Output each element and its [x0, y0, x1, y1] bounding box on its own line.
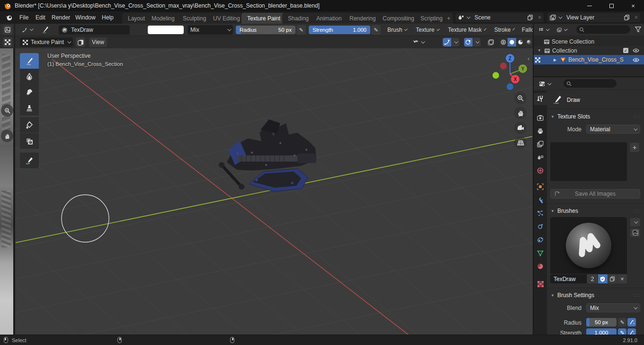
close-button[interactable]: × — [622, 0, 644, 11]
brush-datablock-field[interactable]: TexDraw — [59, 25, 130, 35]
panel-grip[interactable]: :::: — [634, 114, 640, 119]
view-layer-name[interactable]: View Layer — [564, 14, 622, 21]
brush-name-field[interactable]: TexDraw — [550, 274, 587, 283]
workspace-tab-uv-editing[interactable]: UV Editing — [207, 13, 246, 24]
viewport-zoom-icon[interactable] — [514, 92, 527, 104]
menu-window[interactable]: Window — [71, 11, 100, 24]
xray-toggle-icon[interactable] — [486, 38, 495, 46]
outliner-editor-type-button[interactable] — [536, 25, 551, 35]
tool-clone[interactable] — [20, 100, 39, 116]
expand-icon[interactable]: ▼ — [537, 48, 541, 53]
panel-brushes[interactable]: ▼ Brushes :::: — [547, 206, 644, 216]
image-pan-icon[interactable] — [1, 130, 13, 142]
tab-world[interactable] — [534, 164, 547, 177]
tab-modifiers[interactable] — [534, 194, 547, 206]
tab-particles[interactable] — [534, 207, 547, 219]
workspace-tab-sculpting[interactable]: Sculpting — [177, 13, 212, 24]
tool-mask[interactable] — [20, 133, 39, 149]
shading-wireframe-button[interactable] — [499, 38, 508, 46]
outliner-row-object[interactable]: ▶ Bench_Vise_Cross_S — [534, 55, 644, 64]
tab-object-data[interactable] — [534, 247, 547, 259]
image-zoom-icon[interactable] — [1, 104, 13, 117]
menu-help[interactable]: Help — [98, 11, 118, 24]
tab-tool[interactable] — [534, 93, 547, 105]
radius-pen-icon[interactable]: ✎ — [618, 318, 626, 327]
tool-smear[interactable] — [20, 84, 39, 100]
overlays-dropdown[interactable] — [473, 38, 481, 46]
view-menu[interactable]: View — [89, 37, 107, 47]
workspace-tab-texture-paint[interactable]: Texture Paint — [242, 13, 286, 24]
object-visibility-popover[interactable] — [410, 37, 427, 47]
eye-icon[interactable] — [633, 48, 639, 53]
blender-menu-button[interactable] — [1, 11, 17, 24]
tool-fill[interactable] — [20, 117, 39, 133]
add-texture-slot-button[interactable]: + — [630, 143, 639, 152]
radius-pressure-icon[interactable] — [627, 318, 636, 327]
tool-draw[interactable] — [20, 53, 39, 69]
tab-material[interactable] — [534, 260, 547, 272]
image-copy-icon[interactable] — [76, 37, 85, 47]
gizmos-dropdown[interactable] — [452, 38, 459, 46]
mode-dropdown[interactable]: Texture Paint — [20, 37, 73, 47]
overlays-toggle[interactable] — [464, 38, 473, 46]
brush-falloff-popover[interactable] — [19, 25, 35, 35]
viewport-3d[interactable]: User Perspective (1) Bench_Vise_Cross_Se… — [15, 48, 533, 335]
texture-mask-popover[interactable]: Texture Mask — [445, 25, 488, 35]
duplicate-brush-button[interactable] — [608, 274, 617, 283]
workspace-tab-rendering[interactable]: Rendering — [344, 13, 381, 24]
tab-view-layer[interactable] — [534, 138, 547, 150]
tab-output[interactable] — [534, 125, 547, 137]
expand-icon[interactable]: ▶ — [554, 58, 556, 62]
workspace-tab-compositing[interactable]: Compositing — [377, 13, 420, 24]
brush-users-count[interactable]: 2 — [587, 274, 598, 283]
shading-rendered-button[interactable] — [525, 38, 533, 46]
scene-name[interactable]: Scene — [472, 14, 525, 21]
scene-unlink-button[interactable]: × — [536, 13, 544, 22]
collection-checkbox[interactable]: ✓ — [623, 48, 628, 53]
brush-preview[interactable] — [550, 217, 627, 274]
draw-tool-icon[interactable] — [39, 26, 51, 34]
tab-scene[interactable] — [534, 151, 547, 163]
menu-edit[interactable]: Edit — [31, 11, 50, 24]
menu-file[interactable]: File — [15, 11, 33, 24]
strength-slider[interactable]: Strength 1.000 — [309, 26, 370, 34]
outliner-search-input[interactable] — [576, 25, 630, 34]
panel-grip[interactable]: :::: — [634, 209, 640, 213]
tab-physics[interactable] — [534, 220, 547, 233]
panel-texture-slots[interactable]: ▼ Texture Slots :::: — [547, 111, 644, 122]
panel-brush-settings[interactable]: ▼ Brush Settings :::: — [547, 290, 644, 300]
image-editor-canvas[interactable] — [0, 48, 13, 335]
stroke-popover[interactable]: Stroke — [492, 25, 516, 35]
outliner-display-mode-button[interactable] — [554, 25, 569, 35]
tool-annotate[interactable] — [20, 153, 39, 168]
scene-new-button[interactable] — [525, 13, 536, 22]
filter-icon[interactable] — [635, 27, 641, 33]
brush-preview-dropdown[interactable] — [630, 218, 640, 227]
image-editor-type-button[interactable] — [3, 25, 12, 35]
outliner-row-collection[interactable]: ▼ Collection ✓ — [534, 46, 644, 55]
panel-grip[interactable]: :::: — [634, 293, 640, 298]
workspace-tab-scripting[interactable]: Scripting — [415, 13, 448, 24]
radius-pressure-icon[interactable]: ✎ — [296, 25, 306, 35]
brush-icon-button[interactable] — [630, 228, 640, 237]
brush-color-swatch[interactable] — [148, 26, 184, 34]
texture-popover[interactable]: Texture — [413, 25, 441, 35]
menu-render[interactable]: Render — [47, 11, 74, 24]
mode-dropdown[interactable]: Material — [586, 125, 640, 134]
properties-search-input[interactable] — [564, 79, 617, 88]
workspace-tab-shading[interactable]: Shading — [282, 13, 314, 24]
strength-pressure-icon[interactable]: ✎ — [371, 25, 381, 35]
scene-browse-button[interactable] — [456, 13, 472, 22]
workspace-tab-animation[interactable]: Animation — [311, 13, 347, 24]
tab-constraints[interactable] — [534, 234, 547, 246]
blend-mode-dropdown[interactable]: Mix — [188, 25, 233, 35]
maximize-button[interactable] — [600, 0, 622, 11]
properties-editor-type-button[interactable] — [536, 79, 553, 89]
image-paint-mode-icon[interactable] — [3, 37, 12, 47]
viewport-pan-icon[interactable] — [514, 107, 527, 119]
radius-slider[interactable]: 50 px — [586, 318, 617, 327]
tool-soften[interactable] — [20, 69, 39, 84]
fake-user-shield-button[interactable] — [598, 274, 608, 283]
radius-slider[interactable]: Radius 50 px — [236, 26, 295, 34]
shading-solid-button[interactable] — [508, 38, 516, 46]
